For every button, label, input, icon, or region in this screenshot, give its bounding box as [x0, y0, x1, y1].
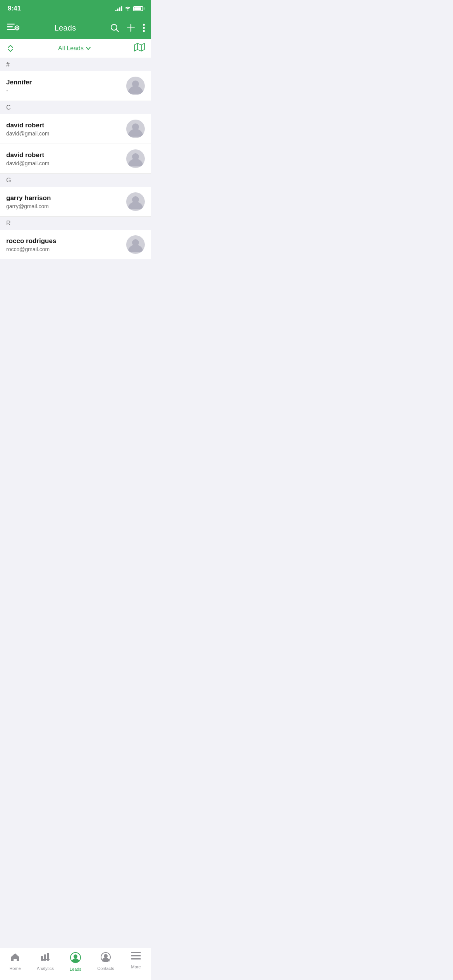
lead-sub: garry@gmail.com	[6, 203, 126, 209]
status-icons	[115, 5, 143, 12]
svg-rect-8	[19, 27, 20, 29]
lead-avatar-jennifer	[126, 77, 145, 95]
lead-info-david-2: david robert david@gmail.com	[6, 151, 126, 166]
svg-line-14	[116, 29, 118, 32]
bottom-padding	[0, 259, 151, 321]
map-button[interactable]	[134, 43, 145, 54]
header-title: Leads	[55, 24, 76, 33]
lead-avatar-rocco	[126, 235, 145, 254]
svg-rect-6	[17, 30, 18, 31]
lead-sub: -	[6, 87, 126, 94]
settings-icon[interactable]	[6, 21, 20, 35]
lead-name: garry harrison	[6, 194, 126, 202]
add-button[interactable]	[127, 24, 135, 32]
lead-name: david robert	[6, 151, 126, 159]
lead-avatar-garry	[126, 192, 145, 211]
lead-sub: rocco@gmail.com	[6, 246, 126, 252]
svg-point-18	[143, 27, 145, 29]
section-header-c: C	[0, 101, 151, 114]
lead-item-david-2[interactable]: david robert david@gmail.com	[0, 144, 151, 174]
lead-item-david-1[interactable]: david robert david@gmail.com	[0, 114, 151, 144]
chevron-down-icon	[86, 47, 91, 50]
battery-icon	[133, 6, 143, 11]
search-button[interactable]	[110, 24, 119, 32]
signal-icon	[115, 6, 122, 11]
section-header-hash: #	[0, 58, 151, 71]
app-header: Leads	[0, 17, 151, 39]
lead-item-rocco[interactable]: rocco rodrigues rocco@gmail.com	[0, 230, 151, 259]
filter-bar: All Leads	[0, 39, 151, 58]
wifi-icon	[125, 5, 131, 12]
lead-avatar-david-1	[126, 120, 145, 138]
lead-item-jennifer[interactable]: Jennifer -	[0, 71, 151, 101]
lead-avatar-david-2	[126, 149, 145, 168]
svg-rect-1	[7, 26, 13, 27]
header-left	[6, 21, 20, 35]
svg-point-19	[143, 30, 145, 32]
lead-info-rocco: rocco rodrigues rocco@gmail.com	[6, 237, 126, 252]
svg-rect-5	[17, 26, 18, 26]
svg-point-4	[16, 27, 18, 29]
lead-name: Jennifer	[6, 79, 126, 86]
lead-name: rocco rodrigues	[6, 237, 126, 245]
svg-point-17	[143, 24, 145, 26]
svg-rect-0	[7, 24, 15, 25]
more-options-button[interactable]	[143, 24, 145, 32]
lead-sub: david@gmail.com	[6, 130, 126, 137]
section-header-r: R	[0, 217, 151, 230]
lead-item-garry[interactable]: garry harrison garry@gmail.com	[0, 187, 151, 217]
lead-info-jennifer: Jennifer -	[6, 79, 126, 94]
status-time: 9:41	[8, 5, 21, 12]
header-actions	[110, 24, 145, 32]
section-header-g: G	[0, 174, 151, 187]
svg-rect-7	[15, 27, 15, 29]
lead-info-david-1: david robert david@gmail.com	[6, 122, 126, 137]
svg-rect-2	[7, 29, 15, 30]
lead-info-garry: garry harrison garry@gmail.com	[6, 194, 126, 209]
leads-list: # Jennifer - C david robert david@gmail.…	[0, 58, 151, 259]
filter-label: All Leads	[58, 45, 84, 52]
status-bar: 9:41	[0, 0, 151, 17]
lead-sub: david@gmail.com	[6, 160, 126, 166]
filter-dropdown[interactable]: All Leads	[58, 45, 91, 52]
sort-button[interactable]	[6, 44, 15, 53]
lead-name: david robert	[6, 122, 126, 129]
